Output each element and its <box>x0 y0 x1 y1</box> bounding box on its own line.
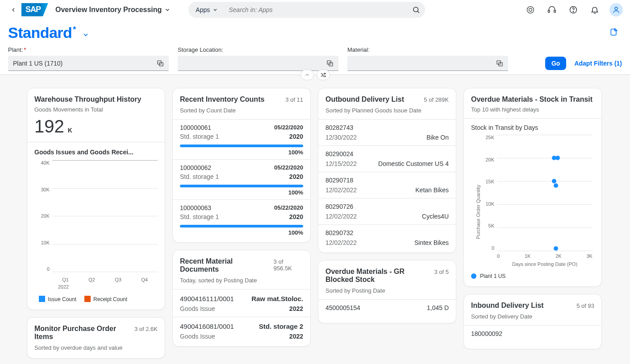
share-icon <box>609 28 618 37</box>
gr-id: 4500005154 <box>325 304 360 311</box>
list-item[interactable]: 4900416111/0001Raw mat.Stoloc. Goods Iss… <box>180 290 303 317</box>
card-gr-blocked-stock[interactable]: Overdue Materials - GR Blocked Stock 3 o… <box>318 260 456 323</box>
svg-point-0 <box>413 7 418 12</box>
material-input[interactable] <box>352 60 493 67</box>
headset-icon <box>547 5 556 14</box>
chart-title: Goods Issues and Goods Recei... <box>34 149 158 156</box>
card-recent-material-documents[interactable]: Recent Material Documents 3 of 956.5K To… <box>172 250 311 347</box>
x-axis-year: 2022 <box>52 284 75 290</box>
kpi-unit: K <box>68 127 72 134</box>
card-count: 3 of 11 <box>285 95 303 103</box>
chevron-down-icon <box>164 7 171 13</box>
y-axis-title: Purchase Order Quantity <box>476 185 481 239</box>
list-item[interactable]: 10000006205/22/2020 Std. storage 12020 1… <box>180 160 303 199</box>
x-axis-title: Days since Posting Date (PO) <box>497 261 592 267</box>
chevron-left-icon <box>10 7 17 13</box>
svg-point-7 <box>573 11 573 12</box>
list-item[interactable]: 8028274312/30/2022Bike On <box>325 120 449 145</box>
y-axis-labels: 25K 20K 15K 10K 5K 0 <box>481 135 494 251</box>
shell-search: Apps <box>188 2 425 18</box>
page-title-dropdown[interactable]: Overview Inventory Processing <box>55 6 171 14</box>
support-button[interactable] <box>545 3 559 17</box>
chart-legend: Plant 1 US <box>471 273 594 279</box>
adapt-filters-button[interactable]: Adapt Filters (1) <box>574 60 622 67</box>
svg-point-8 <box>615 7 617 10</box>
list-item[interactable]: 8029002412/15/2022Domestic Customer US 4 <box>325 146 449 172</box>
material-valuehelp-button[interactable] <box>493 57 506 70</box>
variant-name-text: Standard <box>8 24 72 41</box>
list-item[interactable]: 4500005154 1,045 D <box>325 300 449 316</box>
variant-management: Standard* <box>0 20 630 44</box>
chevron-down-icon[interactable] <box>82 31 89 38</box>
card-title: Warehouse Throughput History <box>34 95 158 103</box>
person-icon <box>612 6 620 14</box>
collapse-filters-button[interactable] <box>300 70 314 80</box>
card-sub: Sorted by Planned Goods Issue Date <box>325 107 449 114</box>
material-input-wrap <box>347 56 508 71</box>
overview-content: Warehouse Throughput History Goods Movem… <box>0 84 630 364</box>
list-item[interactable]: 10000006105/22/2020 Std. storage 12020 1… <box>180 120 303 159</box>
card-count: 3 of 2.6K <box>134 325 158 332</box>
nav-back-button[interactable] <box>7 4 20 16</box>
y-axis-labels: 40K 30K 20K 10K 0 <box>34 160 50 272</box>
go-button[interactable]: Go <box>545 57 566 70</box>
svg-rect-5 <box>554 10 555 12</box>
list-item[interactable]: 8029071812/02/2022Ketan Bikes <box>325 172 449 198</box>
svg-rect-9 <box>611 29 616 35</box>
material-label: Material: <box>347 46 370 53</box>
chart-title: Stock in Transit by Days <box>471 124 594 131</box>
list-item[interactable]: 180000092 <box>471 326 594 342</box>
card-warehouse-throughput[interactable]: Warehouse Throughput History Goods Movem… <box>27 88 165 310</box>
storage-input[interactable] <box>183 60 324 67</box>
search-scope-select[interactable]: Apps <box>196 6 223 13</box>
list-item[interactable]: 4900416081/0001Std. storage 2 Goods Issu… <box>180 317 303 344</box>
kpi-number: 192 <box>34 116 64 136</box>
card-title: Outbound Delivery List <box>325 95 404 103</box>
copilot-button[interactable] <box>524 3 537 17</box>
card-title: Overdue Materials - GR Blocked Stock <box>325 268 419 284</box>
card-monitor-po-items[interactable]: Monitor Purchase Order Items 3 of 2.6K S… <box>27 317 165 359</box>
storage-valuehelp-button[interactable] <box>324 57 336 70</box>
plant-label: Plant: <box>8 46 26 53</box>
card-sub: Today, sorted by Posting Date <box>180 277 303 284</box>
valuehelp-icon <box>326 60 334 67</box>
card-count: 5 of 93 <box>576 302 594 309</box>
list-item[interactable]: 10000006305/22/2020 Std. storage 12020 1… <box>180 200 303 240</box>
svg-point-3 <box>529 8 532 11</box>
shell-header: SAP Overview Inventory Processing Apps <box>0 0 630 20</box>
inbound-id: 180000092 <box>471 330 594 337</box>
search-input[interactable] <box>223 6 409 13</box>
manage-cards-button[interactable] <box>317 70 330 80</box>
list-item[interactable]: 8029072612/02/2022Cycles4U <box>325 199 449 224</box>
user-avatar[interactable] <box>609 3 623 17</box>
card-inbound-delivery-list[interactable]: Inbound Delivery List 5 of 93 Sorted by … <box>463 294 602 349</box>
card-count: 5 of 289K <box>424 95 449 103</box>
card-sub: Sorted by Delivery Date <box>471 313 594 320</box>
plant-input-wrap <box>8 56 169 71</box>
svg-rect-4 <box>548 10 550 12</box>
variant-select[interactable]: Standard* <box>8 24 76 41</box>
card-sub: Sorted by Posting Date <box>325 287 449 294</box>
chevron-up-icon <box>305 72 310 78</box>
plant-input[interactable] <box>13 60 154 67</box>
search-button[interactable] <box>409 3 423 17</box>
card-title: Recent Material Documents <box>180 257 274 273</box>
x-axis-labels: Q1 Q2 Q3 Q4 <box>52 277 158 282</box>
kpi-value: 192 K <box>34 116 158 136</box>
storage-input-wrap <box>178 56 338 71</box>
notifications-button[interactable] <box>588 3 601 17</box>
plant-valuehelp-button[interactable] <box>154 57 167 70</box>
sap-logo: SAP <box>21 3 48 17</box>
help-button[interactable] <box>567 3 580 17</box>
card-stock-in-transit[interactable]: Overdue Materials - Stock in Transit Top… <box>463 88 602 287</box>
share-button[interactable] <box>606 25 622 41</box>
list-item[interactable]: 8029073212/02/2022Sintex Bikes <box>325 225 449 251</box>
bell-icon <box>590 5 599 14</box>
shuffle-icon <box>320 72 326 78</box>
x-axis-labels: 0 1K 2K 3K <box>497 253 592 259</box>
card-recent-inventory-counts[interactable]: Recent Inventory Counts 3 of 11 Sorted b… <box>172 88 311 243</box>
card-outbound-delivery-list[interactable]: Outbound Delivery List 5 of 289K Sorted … <box>318 88 456 253</box>
valuehelp-icon <box>157 60 164 67</box>
search-icon <box>412 6 420 14</box>
shell-actions <box>524 3 623 17</box>
